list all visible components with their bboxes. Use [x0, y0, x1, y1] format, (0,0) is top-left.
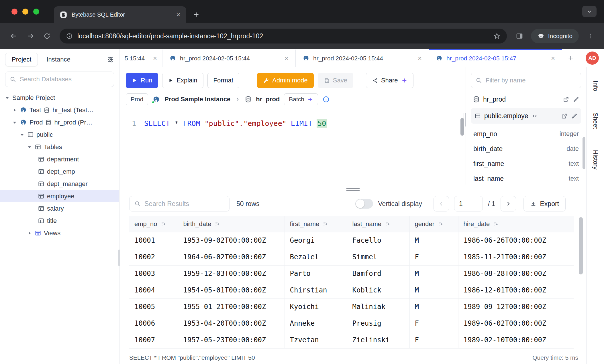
external-link-icon[interactable] [563, 96, 569, 103]
url-bar[interactable]: localhost:8080/sql-editor/prod-sample-in… [60, 29, 507, 43]
tab-instance[interactable]: Instance [46, 56, 70, 63]
table-cell[interactable]: Georgi [285, 232, 347, 249]
column-header-gender[interactable]: gender [409, 216, 458, 232]
table-cell[interactable]: 1953-04-20T00:00:00Z [178, 315, 285, 332]
table-cell[interactable]: Anneke [285, 315, 347, 332]
table-cell[interactable]: 10001 [129, 232, 178, 249]
table-cell[interactable]: 10003 [129, 265, 178, 282]
table-cell[interactable]: 10002 [129, 249, 178, 265]
editor-tab-3[interactable]: hr_prod 2024-02-05 15:44 × [296, 49, 429, 67]
browser-menu-button[interactable] [583, 29, 598, 43]
instance-name[interactable]: Prod Sample Instance [164, 96, 230, 103]
caret-down-icon[interactable] [12, 120, 17, 125]
table-cell[interactable]: Zielinski [347, 332, 409, 348]
tree-item-table-title[interactable]: title [0, 215, 119, 227]
table-cell[interactable]: Simmel [347, 249, 409, 265]
table-cell[interactable]: 1986-08-28T00:00:00Z [458, 265, 574, 282]
caret-right-icon[interactable] [12, 108, 17, 113]
tree-item-table-dept-emp[interactable]: dept_emp [0, 165, 119, 178]
close-icon[interactable]: × [285, 54, 289, 62]
results-search-input[interactable] [144, 200, 229, 208]
tab-history[interactable]: History [592, 150, 599, 169]
back-button[interactable] [6, 29, 21, 43]
window-minimize-button[interactable] [22, 9, 28, 15]
column-header-birth_date[interactable]: birth_date [178, 216, 285, 232]
page-number-input[interactable] [454, 196, 483, 211]
table-cell[interactable]: Parto [285, 265, 347, 282]
table-row[interactable]: 100011953-09-02T00:00:00ZGeorgiFacelloM1… [129, 232, 574, 249]
browser-tab-close-icon[interactable]: × [176, 11, 181, 18]
table-row[interactable]: 100031959-12-03T00:00:00ZPartoBamfordM19… [129, 265, 574, 282]
schema-table-row[interactable]: public.employe [471, 108, 581, 124]
table-cell[interactable]: Tzvetan [285, 332, 347, 348]
table-cell[interactable]: Bamford [347, 265, 409, 282]
editor-tab-2[interactable]: hr_prod 2024-02-05 15:44 × [162, 49, 296, 67]
table-cell[interactable]: Facello [347, 232, 409, 249]
table-cell[interactable]: Kyoichi [285, 298, 347, 315]
table-cell[interactable]: Preusig [347, 315, 409, 332]
new-tab-button[interactable] [190, 8, 203, 21]
table-row[interactable]: 100021964-06-02T00:00:00ZBezalelSimmelF1… [129, 249, 574, 265]
table-cell[interactable]: 10007 [129, 332, 178, 348]
tree-item-project[interactable]: Sample Project [0, 92, 119, 104]
table-row[interactable]: 100041954-05-01T00:00:00ZChirstianKoblic… [129, 282, 574, 298]
prev-page-button[interactable] [434, 196, 449, 211]
splitter-handle[interactable] [346, 188, 360, 191]
table-cell[interactable]: Chirstian [285, 282, 347, 298]
table-cell[interactable]: M [409, 265, 458, 282]
run-button[interactable]: Run [126, 73, 158, 88]
tree-item-prod-instance[interactable]: Prod hr_prod (Pr… [0, 116, 119, 128]
table-row[interactable]: 100061953-04-20T00:00:00ZAnnekePreusigF1… [129, 315, 574, 332]
table-cell[interactable]: Bezalel [285, 249, 347, 265]
tree-item-table-dept-manager[interactable]: dept_manager [0, 178, 119, 190]
environment-chip[interactable]: Prod [126, 93, 148, 105]
share-button[interactable]: Share [366, 73, 413, 88]
tree-item-table-department[interactable]: department [0, 153, 119, 165]
add-editor-tab-button[interactable] [562, 49, 579, 67]
sql-editor[interactable]: 1 SELECT * FROM "public"."employee" LIMI… [119, 110, 466, 185]
table-cell[interactable]: 1957-05-23T00:00:00Z [178, 332, 285, 348]
editor-tab-1[interactable]: 5 15:44 × [119, 49, 162, 67]
tree-item-tables-group[interactable]: Tables [0, 141, 119, 153]
table-cell[interactable]: 10006 [129, 315, 178, 332]
batch-chip[interactable]: Batch [284, 93, 318, 105]
tree-item-views-group[interactable]: Views [0, 227, 119, 239]
table-cell[interactable]: 1954-05-01T00:00:00Z [178, 282, 285, 298]
forward-button[interactable] [23, 29, 38, 43]
results-scrollbar[interactable] [579, 217, 583, 274]
next-page-button[interactable] [501, 196, 516, 211]
filter-settings-icon[interactable] [107, 56, 114, 63]
info-icon[interactable] [322, 96, 330, 103]
table-row[interactable]: 100071957-05-23T00:00:00ZTzvetanZielinsk… [129, 332, 574, 348]
table-cell[interactable]: F [409, 315, 458, 332]
avatar[interactable]: AD [586, 52, 599, 65]
schema-filter[interactable] [471, 73, 581, 88]
table-cell[interactable]: 1985-11-21T00:00:00Z [458, 249, 574, 265]
column-row[interactable]: first_name text [473, 156, 579, 171]
caret-right-icon[interactable] [27, 231, 32, 236]
panel-resize-handle[interactable] [464, 113, 466, 126]
sort-icon[interactable] [493, 221, 499, 227]
window-close-button[interactable] [11, 9, 17, 15]
table-cell[interactable]: 1955-01-21T00:00:00Z [178, 298, 285, 315]
sort-icon[interactable] [161, 221, 166, 227]
table-row[interactable]: 100051955-01-21T00:00:00ZKyoichiMaliniak… [129, 298, 574, 315]
tree-item-schema-public[interactable]: public [0, 128, 119, 141]
tree-item-table-employee[interactable]: employee [0, 190, 119, 202]
sort-icon[interactable] [215, 221, 220, 227]
table-cell[interactable]: M [409, 282, 458, 298]
sort-icon[interactable] [438, 221, 443, 227]
tree-item-test-instance[interactable]: Test hr_test (Test… [0, 104, 119, 116]
column-row[interactable]: last_name text [473, 171, 579, 185]
database-name[interactable]: hr_prod [256, 96, 280, 103]
export-button[interactable]: Export [523, 196, 566, 211]
column-row[interactable]: emp_no integer [473, 126, 579, 141]
column-row[interactable]: birth_date date [473, 141, 579, 156]
schema-scrollbar[interactable] [583, 137, 585, 169]
explain-button[interactable]: Explain [162, 73, 203, 88]
vertical-display-toggle[interactable] [355, 199, 373, 209]
database-search[interactable] [5, 72, 114, 87]
table-cell[interactable]: F [409, 249, 458, 265]
close-icon[interactable]: × [418, 54, 422, 62]
table-cell[interactable]: 10005 [129, 298, 178, 315]
